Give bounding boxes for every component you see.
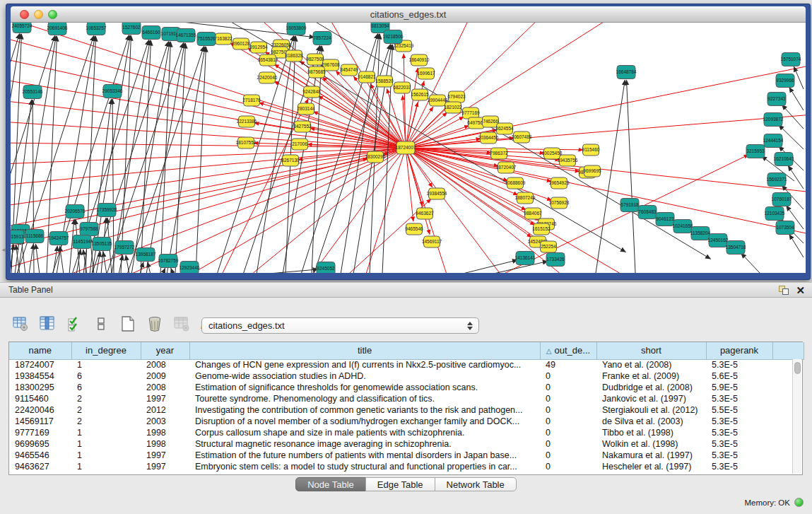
citation-edge-black[interactable] [29, 244, 33, 273]
citation-edge-red[interactable] [406, 148, 806, 235]
citation-edge-red[interactable] [406, 65, 806, 148]
citation-edge-red[interactable] [11, 148, 406, 164]
citation-edge-red[interactable] [406, 115, 806, 148]
citation-edge-black[interactable] [307, 23, 711, 259]
graph-node-label: 10025458 [542, 151, 563, 156]
table-row[interactable]: 969969511998Structural magnetic resonanc… [9, 438, 804, 450]
table-row[interactable]: 1456911722003Disruption of a novel membe… [9, 416, 804, 427]
panel-collapse-arrow-icon[interactable]: ◄ [1, 247, 6, 253]
row-height-icon[interactable] [92, 315, 110, 333]
citation-edge-black[interactable] [107, 42, 184, 273]
table-row[interactable]: 1872400712008Changes of HCN gene express… [9, 359, 804, 370]
graph-node-label: 16648784 [616, 69, 637, 74]
tab-edge-table[interactable]: Edge Table [365, 477, 435, 491]
citation-edge-black[interactable] [286, 36, 296, 273]
node-table: namein_degreeyeartitle△out_de...shortpag… [9, 342, 804, 472]
citation-edge-red[interactable] [180, 148, 406, 273]
column-header-in_degree[interactable]: in_degree [71, 342, 141, 359]
graph-node-label: 19424757 [49, 235, 69, 240]
table-row[interactable]: 946362711997Embryonic stem cells: a mode… [9, 461, 804, 472]
column-header-name[interactable]: name [9, 342, 71, 359]
graph-node-label: 18640910 [409, 57, 430, 62]
column-header-pagerank[interactable]: pagerank [706, 342, 772, 359]
close-panel-icon[interactable]: ✕ [796, 286, 805, 295]
citation-edge-black[interactable] [127, 46, 204, 273]
citation-edge-black[interactable] [196, 47, 206, 273]
citation-edge-black[interactable] [596, 80, 625, 273]
citation-edge-black[interactable] [140, 262, 143, 273]
table-scrollbar[interactable] [792, 359, 801, 474]
tab-node-table[interactable]: Node Table [295, 477, 366, 491]
citation-edge-red[interactable] [244, 148, 406, 273]
table-row[interactable]: 1830029562008Estimation of significance … [9, 382, 804, 393]
citation-edge-black[interactable] [16, 245, 20, 273]
graph-node-label: 12444154 [763, 138, 784, 143]
graph-node-label: 10653257 [86, 25, 107, 30]
show-column-icon[interactable] [38, 315, 57, 333]
graph-node-label: 19904448 [428, 98, 448, 103]
sort-ascending-icon: △ [546, 347, 552, 355]
graph-node-label: 12325419 [394, 43, 414, 48]
network-table-selector[interactable]: citations_edges.txt [201, 317, 479, 334]
table-cell: 1998 [141, 438, 189, 450]
graph-node-label: 9884067 [524, 211, 542, 216]
new-file-icon[interactable] [119, 315, 137, 333]
table-cell: 22420046 [9, 404, 71, 416]
citation-edge-black[interactable] [167, 47, 205, 273]
column-header-title[interactable]: title [189, 342, 540, 359]
window-title-bar[interactable]: citations_edges.txt [11, 6, 806, 23]
tab-network-table[interactable]: Network Table [435, 477, 517, 491]
citation-network-graph[interactable]: 7163822896012889129542322605898275051654… [11, 23, 806, 273]
citation-edge-black[interactable] [794, 66, 804, 89]
column-header-short[interactable]: short [596, 342, 706, 359]
graph-node-label: 18107552 [236, 140, 257, 145]
dropdown-arrows-icon [467, 322, 473, 330]
graph-node-label: 9797588 [80, 226, 98, 231]
network-graph-canvas[interactable]: 7163822896012889129542322605898275051654… [11, 23, 806, 273]
citation-edge-black[interactable] [627, 80, 635, 273]
table-cell: 9465546 [9, 450, 71, 461]
table-row[interactable]: 946554611997Estimation of the future num… [9, 450, 804, 461]
memory-status-indicator[interactable] [794, 498, 804, 507]
select-columns-icon[interactable] [65, 315, 83, 333]
citation-edge-black[interactable] [789, 234, 804, 257]
table-panel-title: Table Panel [8, 285, 53, 295]
float-panel-icon[interactable] [779, 286, 789, 295]
citation-edge-red[interactable] [406, 148, 806, 192]
table-cell: 0 [540, 461, 596, 472]
citation-edge-black[interactable] [171, 268, 173, 273]
column-header-year[interactable]: year [141, 342, 189, 359]
graph-node-label: 18724007 [396, 145, 416, 150]
table-row[interactable]: 911546021997Tourette syndrome. Phenomeno… [9, 393, 804, 404]
citation-edge-black[interactable] [789, 87, 804, 110]
graph-node-label: 1145194 [73, 239, 91, 244]
citation-edge-black[interactable] [148, 262, 151, 273]
table-cell: 1 [71, 427, 141, 438]
table-row[interactable]: 977716911998Corpus callosum shape and si… [9, 427, 804, 438]
import-table-icon-disabled [172, 315, 191, 333]
column-header-out_degree[interactable]: △out_de... [540, 342, 596, 359]
citation-edge-black[interactable] [126, 255, 129, 273]
table-settings-icon[interactable] [11, 315, 30, 333]
citation-edge-black[interactable] [788, 165, 804, 189]
graph-node-label: 7515526 [197, 36, 216, 41]
scrollbar-thumb[interactable] [794, 362, 801, 374]
table-cell: Genome-wide association studies in ADHD. [189, 370, 540, 382]
citation-edge-black[interactable] [11, 100, 32, 273]
delete-icon[interactable] [146, 315, 164, 333]
citation-edge-black[interactable] [261, 269, 318, 273]
citation-edge-black[interactable] [103, 252, 107, 273]
citation-edge-black[interactable] [175, 43, 186, 273]
table-row[interactable]: 1938455462009Genome-wide association stu… [9, 370, 804, 382]
citation-edge-red[interactable] [259, 103, 406, 148]
table-cell: Wolkin et al. (1998) [596, 438, 706, 450]
citation-edge-red[interactable] [11, 148, 406, 185]
citation-edge-black[interactable] [741, 253, 760, 273]
graph-node-label: 8813054 [371, 23, 389, 28]
citation-edge-red[interactable] [117, 148, 406, 273]
citation-edge-black[interactable] [163, 268, 165, 273]
table-row[interactable]: 2242004622012Investigating the contribut… [9, 404, 804, 416]
citation-edge-black[interactable] [21, 239, 25, 273]
citation-edge-red[interactable] [11, 143, 406, 148]
citation-edge-black[interactable] [59, 246, 64, 273]
